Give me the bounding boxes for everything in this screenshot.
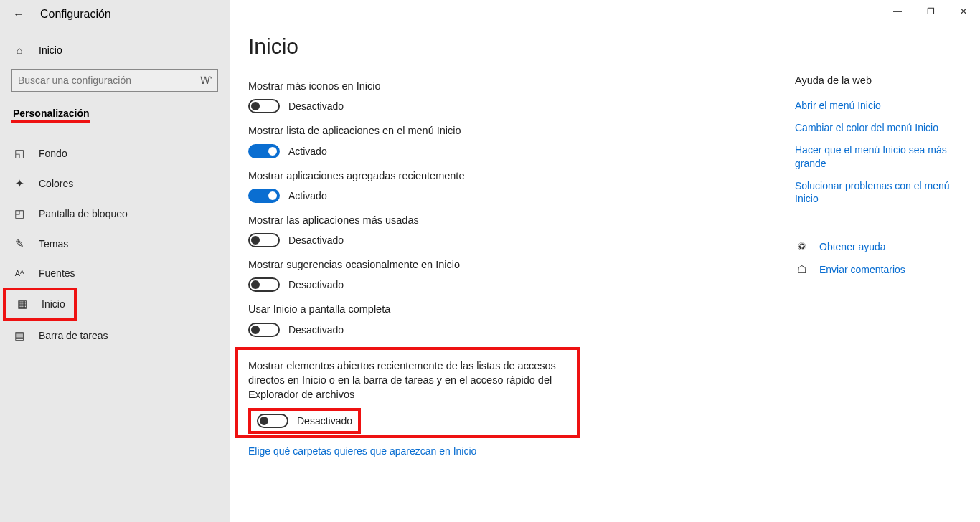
image-icon: ◱ — [13, 147, 26, 160]
send-feedback-link[interactable]: ☖ Enviar comentarios — [795, 263, 967, 276]
toggle-more-icons[interactable] — [248, 99, 280, 113]
toggle-state: Desactivado — [288, 279, 344, 290]
toggle-state: Desactivado — [297, 415, 352, 427]
sidebar-item-label: Fondo — [39, 148, 67, 159]
setting-label: Mostrar elementos abiertos recientemente… — [248, 359, 567, 402]
setting-label: Mostrar más iconos en Inicio — [248, 79, 578, 93]
sidebar-item-label: Inicio — [42, 298, 65, 310]
get-help-link[interactable]: ♽ Obtener ayuda — [795, 240, 967, 253]
window-controls: ― ❐ ✕ — [881, 0, 980, 23]
toggle-fullscreen-start[interactable] — [248, 323, 280, 337]
choose-folders-link[interactable]: Elige qué carpetas quieres que aparezcan… — [248, 445, 756, 457]
maximize-button[interactable]: ❐ — [914, 0, 947, 23]
setting-most-used: Mostrar las aplicaciones más usadas Desa… — [248, 213, 756, 247]
home-nav[interactable]: ⌂ Inicio — [11, 39, 218, 69]
home-icon: ⌂ — [13, 44, 26, 56]
help-link-open-start[interactable]: Abrir el menú Inicio — [795, 99, 967, 113]
minimize-button[interactable]: ― — [881, 0, 914, 23]
sidebar-item-fondo[interactable]: ◱ Fondo — [11, 138, 218, 169]
lock-screen-icon: ◰ — [13, 207, 26, 220]
search-input[interactable] — [18, 75, 200, 86]
toggle-state: Activado — [288, 190, 327, 201]
sidebar-item-temas[interactable]: ✎ Temas — [11, 229, 218, 259]
feedback-label: Enviar comentarios — [819, 264, 905, 275]
sidebar-item-colores[interactable]: ✦ Colores — [11, 169, 218, 199]
palette-icon: ✦ — [13, 177, 26, 190]
fonts-icon: AA — [13, 269, 26, 277]
sidebar-item-label: Colores — [39, 178, 73, 189]
sidebar-item-pantalla-de-bloqueo[interactable]: ◰ Pantalla de bloqueo — [11, 199, 218, 229]
back-button[interactable]: ← — [13, 8, 24, 21]
setting-label: Mostrar sugerencias ocasionalmente en In… — [248, 257, 578, 272]
sidebar-item-fuentes[interactable]: AA Fuentes — [11, 259, 218, 288]
sidebar-item-inicio[interactable]: ▦ Inicio — [11, 290, 70, 318]
setting-label: Mostrar aplicaciones agregadas recientem… — [248, 169, 578, 183]
themes-icon: ✎ — [13, 237, 26, 250]
sidebar-item-label: Barra de tareas — [39, 330, 108, 341]
close-button[interactable]: ✕ — [947, 0, 980, 23]
content: Inicio Mostrar más iconos en Inicio Desa… — [230, 0, 775, 522]
setting-app-list: Mostrar lista de aplicaciones en el menú… — [248, 123, 756, 158]
highlighted-setting-box: Mostrar elementos abiertos recientemente… — [235, 347, 580, 438]
sidebar: ← Configuración ⌂ Inicio Ⱳ Personalizaci… — [0, 0, 230, 522]
help-icon: ♽ — [795, 240, 808, 253]
home-label: Inicio — [39, 44, 62, 56]
setting-label: Mostrar las aplicaciones más usadas — [248, 213, 578, 227]
search-icon: Ⱳ — [200, 75, 212, 86]
titlebar-left: ← Configuración — [0, 0, 230, 29]
nav-list: ◱ Fondo ✦ Colores ◰ Pantalla de bloqueo … — [11, 138, 218, 351]
setting-fullscreen-start: Usar Inicio a pantalla completa Desactiv… — [248, 302, 756, 336]
highlighted-toggle-box: Desactivado — [248, 408, 361, 434]
help-link-bigger-start[interactable]: Hacer que el menú Inicio sea más grande — [795, 143, 967, 171]
sidebar-item-label: Temas — [39, 238, 68, 250]
toggle-state: Desactivado — [288, 100, 344, 112]
feedback-icon: ☖ — [795, 263, 808, 276]
toggle-suggestions[interactable] — [248, 277, 280, 292]
help-title: Ayuda de la web — [795, 75, 967, 86]
toggle-app-list[interactable] — [248, 144, 280, 158]
toggle-recent-items[interactable] — [257, 414, 288, 428]
start-icon: ▦ — [16, 298, 29, 310]
page-title: Inicio — [248, 34, 756, 59]
help-panel: Ayuda de la web Abrir el menú Inicio Cam… — [795, 75, 967, 286]
taskbar-icon: ▤ — [13, 329, 26, 342]
setting-suggestions: Mostrar sugerencias ocasionalmente en In… — [248, 257, 756, 292]
help-link-troubleshoot[interactable]: Solucionar problemas con el menú Inicio — [795, 179, 967, 207]
category-label: Personalización — [11, 106, 218, 123]
setting-label: Mostrar lista de aplicaciones en el menú… — [248, 123, 578, 138]
sidebar-item-label: Pantalla de bloqueo — [39, 208, 128, 219]
sidebar-item-label: Fuentes — [39, 267, 75, 279]
setting-more-icons: Mostrar más iconos en Inicio Desactivado — [248, 79, 756, 113]
main: ― ❐ ✕ Inicio Mostrar más iconos en Inici… — [230, 0, 980, 522]
toggle-state: Activado — [288, 146, 327, 157]
get-help-label: Obtener ayuda — [819, 241, 886, 252]
app-title: Configuración — [40, 8, 111, 21]
toggle-recent-apps[interactable] — [248, 189, 280, 203]
sidebar-item-barra-de-tareas[interactable]: ▤ Barra de tareas — [11, 321, 218, 351]
help-link-change-color[interactable]: Cambiar el color del menú Inicio — [795, 121, 967, 135]
search-box[interactable]: Ⱳ — [11, 69, 218, 92]
toggle-state: Desactivado — [288, 324, 344, 336]
toggle-most-used[interactable] — [248, 233, 280, 247]
setting-label: Usar Inicio a pantalla completa — [248, 302, 578, 316]
toggle-state: Desactivado — [288, 234, 344, 246]
setting-recent-apps: Mostrar aplicaciones agregadas recientem… — [248, 169, 756, 203]
